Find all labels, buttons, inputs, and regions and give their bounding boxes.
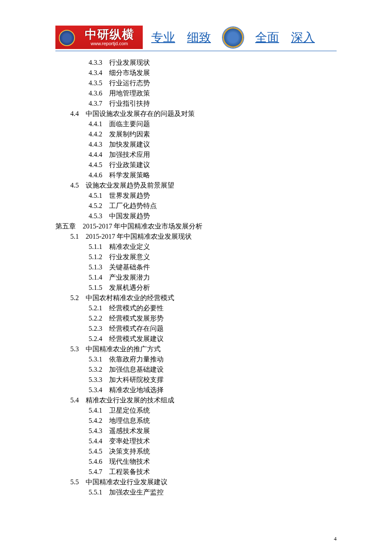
slogan-word-2[interactable]: 细致 [187,29,211,46]
slogan-word-1[interactable]: 专业 [151,29,175,46]
toc-number: 5.1.3 [89,263,102,271]
toc-number: 5.2.3 [89,325,102,332]
toc-entry: 5.4.3 遥感技术发展 [55,426,337,436]
toc-number: 4.5.1 [89,192,102,199]
toc-title: 行业运行态势 [102,79,150,87]
toc-entry: 5.1.2 行业发展意义 [55,252,337,262]
toc-entry: 5.4.6 现代生物技术 [55,457,337,467]
toc-number: 5.4.1 [89,407,102,414]
slogan-word-3[interactable]: 全面 [255,29,279,46]
toc-title: 加快发展建议 [102,141,150,148]
toc-title: 变率处理技术 [102,437,150,445]
toc-number: 5.2.1 [89,304,102,312]
toc-number: 4.3.4 [89,69,102,76]
toc-entry: 5.1.3 关键基础条件 [55,262,337,272]
toc-entry: 5.3.1 依靠政府力量推动 [55,354,337,364]
toc-entry: 4.3.3 行业发展现状 [55,58,337,68]
toc-number: 5.4.6 [89,458,102,465]
toc-title: 决策支持系统 [102,448,150,455]
toc-number: 5.3.4 [89,386,102,393]
toc-title: 行业发展意义 [102,253,150,260]
toc-number: 4.3.6 [89,90,102,97]
toc-entry: 5.2 中国农村精准农业的经营模式 [55,293,337,303]
toc-number: 5.4 [70,396,79,404]
toc-number: 5.3 [70,345,79,353]
toc-title: 世界发展趋势 [102,192,150,199]
toc-title: 行业政策建议 [102,161,150,168]
toc-title: 精准农业地域选择 [102,386,164,393]
toc-entry: 4.3.6 用地管理政策 [55,88,337,98]
toc-entry: 5.2.2 经营模式发展形势 [55,313,337,324]
toc-title: 现代生物技术 [102,458,150,465]
header-slogan: 专业 细致 全面 深入 [151,27,315,48]
toc-number: 5.2 [70,294,79,301]
toc-entry: 5.1 2015-2017 年中国精准农业发展现状 [55,231,337,242]
toc-entry: 5.4.2 地理信息系统 [55,416,337,426]
toc-entry: 4.5 设施农业发展趋势及前景展望 [55,180,337,191]
toc-entry: 5.4.1 卫星定位系统 [55,405,337,416]
toc-title: 精准农业行业发展的技术组成 [79,396,174,404]
toc-title: 地理信息系统 [102,417,150,424]
toc-title: 经营模式发展建议 [102,335,164,342]
logo: 中研纵横 www.reportjd.com [55,26,143,49]
toc-title: 中国精准农业行业发展建议 [79,478,167,486]
toc-title: 发展制约因素 [102,130,150,138]
toc-entry: 5.1.1 精准农业定义 [55,242,337,252]
toc-number: 5.1.5 [89,284,102,291]
emblem-icon [223,27,243,48]
toc-entry: 4.4.2 发展制约因素 [55,129,337,139]
toc-title: 行业发展现状 [102,59,150,66]
toc-number: 5.4.7 [89,468,102,475]
toc-title: 工程装备技术 [102,468,150,475]
toc-title: 加强技术应用 [102,151,150,158]
toc-title: 2015-2017 年中国精准农业市场发展分析 [76,223,202,230]
toc-entry: 5.4.4 变率处理技术 [55,436,337,446]
toc-entry: 4.3.7 行业指引扶持 [55,98,337,109]
toc-number: 5.5.1 [89,489,102,496]
toc-number: 4.4.1 [89,120,102,127]
toc-title: 中国农村精准农业的经营模式 [79,294,174,301]
toc-title: 经营模式的必要性 [102,304,164,312]
toc-title: 科学发展策略 [102,171,150,179]
toc-title: 经营模式存在问题 [102,325,164,332]
toc-title: 卫星定位系统 [102,407,150,414]
toc-title: 工厂化趋势特点 [102,202,157,209]
page-number: 4 [334,535,337,542]
toc-number: 第五章 [55,223,76,230]
toc-number: 4.5.2 [89,202,102,209]
toc-title: 2015-2017 年中国精准农业发展现状 [79,233,192,240]
toc-number: 5.1.4 [89,274,102,281]
toc-entry: 5.3.2 加强信息基础建设 [55,364,337,375]
toc-number: 4.4.2 [89,130,102,138]
toc-entry: 第五章 2015-2017 年中国精准农业市场发展分析 [55,221,337,231]
toc-number: 5.3.3 [89,376,102,383]
toc-entry: 5.4 精准农业行业发展的技术组成 [55,395,337,405]
toc-number: 5.3.2 [89,366,102,373]
toc-title: 依靠政府力量推动 [102,356,164,363]
toc-number: 5.4.4 [89,437,102,445]
toc-title: 中国发展趋势 [102,212,150,220]
toc-entry: 5.2.3 经营模式存在问题 [55,324,337,334]
toc-number: 4.4 [70,110,79,117]
toc-number: 5.3.1 [89,356,102,363]
toc-entry: 4.4.4 加强技术应用 [55,150,337,160]
slogan-word-4[interactable]: 深入 [291,29,315,46]
toc-entry: 4.4.3 加快发展建议 [55,139,337,150]
logo-text-block: 中研纵横 www.reportjd.com [85,29,134,46]
toc-content: 4.3.3 行业发展现状4.3.4 细分市场发展4.3.5 行业运行态势4.3.… [55,58,337,497]
toc-entry: 5.4.5 决策支持系统 [55,446,337,457]
toc-number: 4.5.3 [89,212,102,220]
toc-title: 行业指引扶持 [102,100,150,107]
toc-number: 4.3.3 [89,59,102,66]
toc-title: 加强农业生产监控 [102,489,164,496]
toc-number: 4.3.7 [89,100,102,107]
toc-number: 5.4.5 [89,448,102,455]
toc-entry: 5.1.4 产业发展潜力 [55,272,337,283]
toc-title: 面临主要问题 [102,120,150,127]
toc-title: 加强信息基础建设 [102,366,164,373]
toc-number: 5.4.3 [89,427,102,434]
toc-title: 用地管理政策 [102,90,150,97]
toc-title: 加大科研院校支撑 [102,376,164,383]
toc-entry: 5.1.5 发展机遇分析 [55,283,337,293]
toc-entry: 5.5.1 加强农业生产监控 [55,487,337,497]
